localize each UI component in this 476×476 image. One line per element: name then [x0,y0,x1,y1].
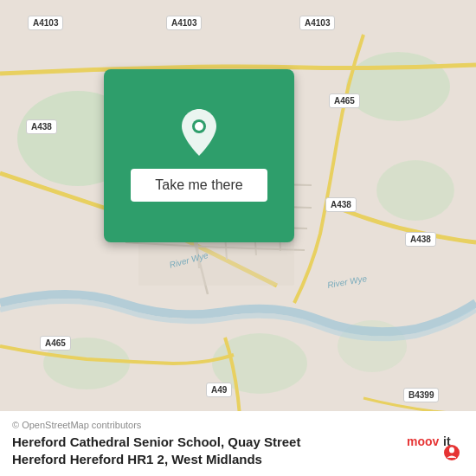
location-pin-icon [177,110,222,155]
take-me-there-button[interactable]: Take me there [131,169,267,202]
info-bar: © OpenStreetMap contributors Hereford Ca… [0,411,476,476]
road-label-a465-bottom: A465 [40,336,71,351]
take-me-there-panel[interactable]: Take me there [104,69,294,242]
svg-point-15 [449,447,454,453]
location-info: © OpenStreetMap contributors Hereford Ca… [12,420,396,467]
svg-text:moov: moov [407,434,440,448]
svg-point-10 [195,122,203,131]
road-label-a438-center: A438 [325,197,357,212]
svg-point-3 [376,160,454,221]
road-label-a49-bottom: A49 [206,383,232,397]
map-container: A4103A4103A4103A438A465A438A438A465A49B4… [0,0,476,476]
copyright-text: © OpenStreetMap contributors [12,420,396,430]
road-label-a465-top-right: A465 [329,93,360,108]
road-label-a438-left: A438 [26,119,57,134]
moovit-logo: moov it [405,427,464,461]
road-label-a4103-top-center: A4103 [166,16,202,30]
road-label-a4103-top-left: A4103 [28,16,63,30]
road-label-b4399: B4399 [403,388,439,402]
location-name: Hereford Cathedral Senior School, Quay S… [12,434,396,467]
road-label-a438-right: A438 [405,232,436,247]
road-label-a4103-top-right: A4103 [299,16,335,30]
svg-point-2 [346,52,450,121]
